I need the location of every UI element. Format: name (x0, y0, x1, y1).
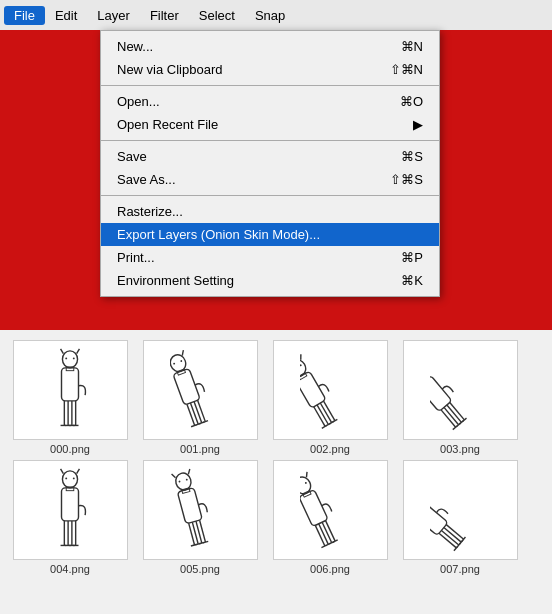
svg-rect-111 (430, 501, 448, 535)
menu-rasterize[interactable]: Rasterize... (101, 200, 439, 223)
svg-point-79 (178, 480, 180, 482)
thumbnail-panel: 000.png (0, 330, 552, 614)
thumb-box-004 (13, 460, 128, 560)
thumb-label-006: 006.png (310, 563, 350, 575)
svg-line-24 (190, 402, 198, 423)
menu-new-shortcut: ⌘N (401, 39, 423, 54)
menu-save-as[interactable]: Save As... ⇧⌘S (101, 168, 439, 191)
svg-point-20 (180, 359, 182, 361)
menu-new[interactable]: New... ⌘N (101, 35, 439, 58)
menu-new-clipboard-shortcut: ⇧⌘N (390, 62, 423, 77)
svg-rect-21 (173, 368, 200, 405)
menu-open[interactable]: Open... ⌘O (101, 90, 439, 113)
svg-line-90 (203, 541, 208, 542)
svg-line-100 (322, 522, 332, 543)
menu-save-label: Save (117, 149, 147, 164)
menu-open-recent-label: Open Recent File (117, 117, 218, 132)
svg-point-95 (305, 481, 308, 484)
svg-line-30 (203, 420, 208, 422)
menu-env-setting[interactable]: Environment Setting ⌘K (101, 269, 439, 292)
svg-point-4 (73, 357, 75, 359)
thumb-label-007: 007.png (440, 563, 480, 575)
thumb-box-006 (273, 460, 388, 560)
thumbnail-row-1: 000.png (10, 340, 542, 455)
thumb-item-002[interactable]: 002.png (270, 340, 390, 455)
thumb-item-001[interactable]: 001.png (140, 340, 260, 455)
menu-item-edit[interactable]: Edit (45, 6, 87, 25)
thumb-label-004: 004.png (50, 563, 90, 575)
menu-save[interactable]: Save ⌘S (101, 145, 439, 168)
menu-item-snap[interactable]: Snap (245, 6, 295, 25)
svg-rect-5 (62, 367, 79, 400)
menu-new-clipboard-label: New via Clipboard (117, 62, 223, 77)
svg-line-26 (198, 400, 206, 421)
menu-new-label: New... (117, 39, 153, 54)
menu-save-as-shortcut: ⇧⌘S (390, 172, 423, 187)
svg-point-0 (62, 350, 77, 367)
menu-open-recent[interactable]: Open Recent File ▶ (101, 113, 439, 136)
svg-line-2 (77, 348, 80, 353)
thumb-item-004[interactable]: 004.png (10, 460, 130, 575)
menu-item-layer[interactable]: Layer (87, 6, 140, 25)
thumb-box-001 (143, 340, 258, 440)
menu-print-label: Print... (117, 250, 155, 265)
svg-point-80 (186, 478, 188, 480)
svg-point-3 (65, 357, 67, 359)
menu-save-as-label: Save As... (117, 172, 176, 187)
thumb-item-003[interactable]: 003.png (400, 340, 520, 455)
menu-item-file[interactable]: File (4, 6, 45, 25)
menu-bar: File Edit Layer Filter Select Snap (0, 0, 552, 30)
svg-point-65 (73, 477, 75, 479)
menu-item-select[interactable]: Select (189, 6, 245, 25)
menu-new-clipboard[interactable]: New via Clipboard ⇧⌘N (101, 58, 439, 81)
alpaca-003 (430, 348, 490, 433)
thumb-item-006[interactable]: 006.png (270, 460, 390, 575)
svg-line-62 (61, 468, 64, 473)
thumb-label-003: 003.png (440, 443, 480, 455)
separator-3 (101, 195, 439, 196)
svg-line-63 (77, 468, 80, 473)
thumb-label-005: 005.png (180, 563, 220, 575)
thumb-item-005[interactable]: 005.png (140, 460, 260, 575)
menu-env-setting-shortcut: ⌘K (401, 273, 423, 288)
svg-point-64 (65, 477, 67, 479)
alpaca-007 (430, 468, 490, 553)
thumb-item-000[interactable]: 000.png (10, 340, 130, 455)
thumb-item-007[interactable]: 007.png (400, 460, 520, 575)
svg-line-98 (315, 525, 325, 546)
svg-rect-36 (300, 371, 326, 408)
menu-export-layers-label: Export Layers (Onion Skin Mode)... (117, 227, 320, 242)
menu-open-recent-arrow: ▶ (413, 117, 423, 132)
menu-open-shortcut: ⌘O (400, 94, 423, 109)
alpaca-004 (40, 468, 100, 553)
menu-export-layers[interactable]: Export Layers (Onion Skin Mode)... (101, 223, 439, 246)
svg-line-78 (187, 469, 191, 474)
menu-rasterize-label: Rasterize... (117, 204, 183, 219)
svg-line-23 (187, 404, 195, 425)
menu-item-filter[interactable]: Filter (140, 6, 189, 25)
thumb-label-001: 001.png (180, 443, 220, 455)
alpaca-005 (170, 468, 230, 553)
separator-2 (101, 140, 439, 141)
svg-rect-96 (300, 489, 328, 526)
separator-1 (101, 85, 439, 86)
svg-line-25 (194, 401, 202, 422)
svg-point-35 (300, 363, 302, 366)
menu-env-setting-label: Environment Setting (117, 273, 234, 288)
thumb-box-002 (273, 340, 388, 440)
menu-print-shortcut: ⌘P (401, 250, 423, 265)
menu-save-shortcut: ⌘S (401, 149, 423, 164)
svg-line-77 (172, 473, 176, 478)
menu-print[interactable]: Print... ⌘P (101, 246, 439, 269)
alpaca-002 (300, 348, 360, 433)
thumb-box-005 (143, 460, 258, 560)
alpaca-000 (40, 348, 100, 433)
thumb-box-003 (403, 340, 518, 440)
alpaca-006 (300, 468, 360, 553)
svg-line-18 (181, 350, 185, 355)
alpaca-001 (170, 348, 230, 433)
menu-open-label: Open... (117, 94, 160, 109)
svg-line-99 (319, 523, 329, 544)
svg-rect-66 (62, 487, 79, 520)
thumb-label-002: 002.png (310, 443, 350, 455)
